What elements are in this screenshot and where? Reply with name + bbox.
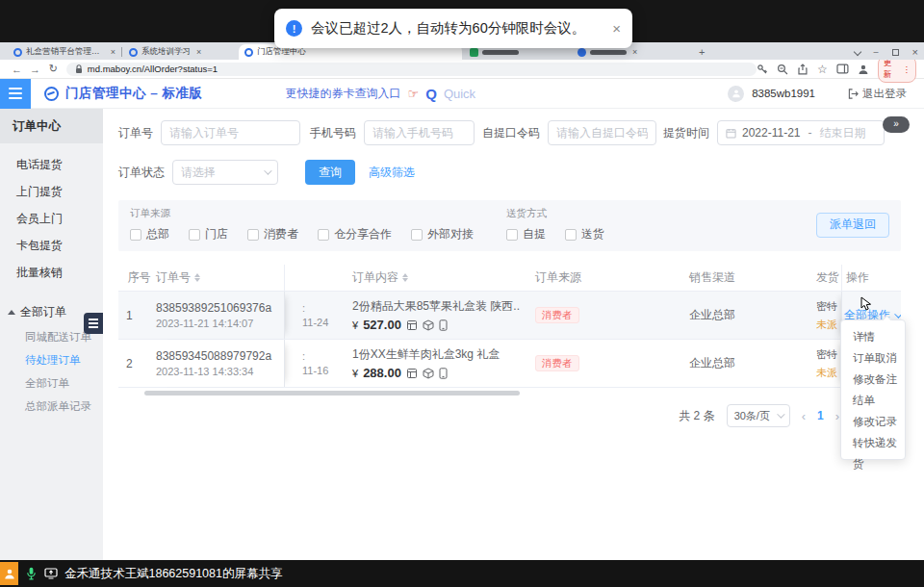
checkbox-icon bbox=[318, 229, 329, 241]
table-row[interactable]: 1 83859389251069376a 2023-11-21 14:14:07… bbox=[118, 292, 901, 340]
sidebar-subitem-all-orders[interactable]: 全部订单 bbox=[0, 371, 103, 395]
phone-input[interactable] bbox=[364, 120, 475, 145]
pickup-code-input[interactable] bbox=[548, 120, 656, 145]
checkbox-external[interactable]: 外部对接 bbox=[411, 226, 474, 242]
checkbox-self-pickup[interactable]: 自提 bbox=[506, 226, 546, 242]
order-status-select[interactable]: 请选择 bbox=[172, 160, 278, 185]
checkbox-consumer[interactable]: 消费者 bbox=[247, 226, 298, 242]
forward-icon[interactable]: → bbox=[26, 64, 44, 75]
menu-item-express-ship[interactable]: 转快递发货 bbox=[841, 432, 905, 453]
chevron-down-icon bbox=[264, 166, 271, 174]
phone-icon[interactable] bbox=[439, 319, 448, 331]
order-no[interactable]: 83859389251069376a bbox=[156, 301, 284, 315]
reload-icon[interactable]: ↻ bbox=[44, 63, 63, 75]
filter-collapse-button[interactable]: » bbox=[883, 116, 910, 133]
page-size-select[interactable]: 30条/页 bbox=[727, 404, 790, 427]
sidebar-subitem-pending-orders[interactable]: 待处理订单 bbox=[0, 348, 103, 371]
toast-close-icon[interactable]: × bbox=[612, 20, 621, 37]
new-tab-button[interactable]: + bbox=[699, 46, 705, 58]
package-icon[interactable] bbox=[423, 319, 434, 331]
checkbox-delivery[interactable]: 送货 bbox=[565, 226, 604, 242]
checkbox-store[interactable]: 门店 bbox=[189, 226, 228, 242]
promo-link[interactable]: 更快捷的券卡查询入口 bbox=[286, 86, 401, 102]
menu-item-close-order[interactable]: 结单 bbox=[841, 390, 905, 411]
price: 288.00 bbox=[363, 366, 401, 380]
sidebar-item-phone-pickup[interactable]: 电话提货 bbox=[0, 151, 103, 178]
tab-title-obscured bbox=[482, 50, 519, 55]
header-order-content[interactable]: 订单内容 bbox=[339, 265, 520, 291]
dispatch-return-button[interactable]: 派单退回 bbox=[816, 213, 889, 238]
sort-icon[interactable] bbox=[402, 273, 408, 282]
collapse-triangle-icon bbox=[8, 310, 15, 315]
horizontal-scrollbar-thumb[interactable] bbox=[144, 391, 520, 396]
menu-item-edit-note[interactable]: 修改备注 bbox=[841, 369, 905, 390]
app-header: 门店管理中心 – 标准版 更快捷的券卡查询入口 ☞ Q Quick bbox=[0, 79, 924, 109]
order-no-input[interactable] bbox=[161, 120, 300, 145]
key-icon[interactable] bbox=[757, 64, 768, 75]
printer-icon[interactable] bbox=[406, 319, 418, 331]
phone-icon[interactable] bbox=[439, 368, 448, 379]
order-no[interactable]: 83859345088979792a bbox=[156, 349, 284, 363]
share-icon[interactable] bbox=[797, 64, 808, 75]
tab-close-icon[interactable]: × bbox=[111, 47, 116, 57]
tab-close-icon[interactable]: × bbox=[632, 47, 637, 57]
header-clipped-column bbox=[285, 265, 339, 291]
bookmark-star-icon[interactable]: ☆ bbox=[817, 63, 828, 76]
menu-item-edit-history[interactable]: 修改记录 bbox=[841, 411, 905, 432]
sidebar-panel-icon[interactable] bbox=[836, 64, 849, 74]
currency-symbol: ¥ bbox=[352, 368, 358, 379]
quick-search-label[interactable]: Quick bbox=[444, 87, 475, 101]
share-user-tile[interactable] bbox=[0, 562, 18, 585]
ship-status-line1: 密特 bbox=[816, 347, 841, 362]
logout-button[interactable]: 退出登录 bbox=[848, 87, 907, 101]
checkbox-warehouse-share[interactable]: 仓分享合作 bbox=[318, 226, 392, 242]
content-title: 2份精品大果85苹果礼盒装 陕西... bbox=[352, 298, 520, 315]
next-page-button[interactable]: › bbox=[835, 409, 839, 423]
prev-page-button[interactable]: ‹ bbox=[802, 409, 806, 423]
browser-tab-2[interactable]: 系统培训学习 × bbox=[123, 44, 237, 60]
tab-close-icon[interactable]: × bbox=[196, 47, 201, 57]
sidebar-section-order-center: 订单中心 bbox=[0, 109, 103, 143]
screen: 礼盒营销平台管理中心 × 系统培训学习 × 门店管理中心 × bbox=[0, 0, 924, 587]
browser-profile-icon[interactable] bbox=[858, 64, 869, 75]
hamburger-menu-button[interactable] bbox=[0, 79, 31, 109]
cell-order-no: 83859345088979792a 2023-11-13 14:33:34 bbox=[152, 340, 285, 387]
user-avatar[interactable] bbox=[728, 86, 744, 102]
advanced-filter-link[interactable]: 高级筛选 bbox=[369, 165, 415, 181]
sidebar-collapse-toggle[interactable] bbox=[84, 313, 103, 334]
printer-icon[interactable] bbox=[406, 368, 418, 379]
window-close-button[interactable]: × bbox=[912, 46, 918, 58]
filter-checkbox-panel: 订单来源 总部 门店 消费者 仓分享合作 外部对接 送货方式 bbox=[118, 200, 901, 251]
table-row[interactable]: 2 83859345088979792a 2023-11-13 14:33:34… bbox=[118, 340, 901, 388]
orders-table: 序号 订单号 订单内容 订单来源 销售渠道 bbox=[118, 265, 901, 388]
back-icon[interactable]: ← bbox=[8, 64, 26, 75]
filter-row-1: 订单号 手机号码 自提口令码 提货时间 2022-11-21 bbox=[118, 120, 924, 145]
order-no-label: 订单号 bbox=[118, 125, 153, 141]
profile-chevron-icon[interactable] bbox=[853, 48, 860, 56]
calendar-icon bbox=[726, 128, 736, 139]
sidebar-item-batch-verify[interactable]: 批量核销 bbox=[0, 259, 103, 286]
menu-item-cancel-order[interactable]: 订单取消 bbox=[841, 347, 905, 369]
screen-share-icon[interactable] bbox=[44, 568, 58, 579]
sidebar-item-member-visit[interactable]: 会员上门 bbox=[0, 205, 103, 232]
browser-tab-1[interactable]: 礼盒营销平台管理中心 × bbox=[8, 44, 121, 60]
window-minimize-button[interactable]: – bbox=[874, 47, 879, 57]
header-order-no[interactable]: 订单号 bbox=[152, 265, 285, 291]
sort-icon[interactable] bbox=[194, 273, 200, 282]
quick-search-q-icon[interactable]: Q bbox=[425, 86, 437, 102]
package-icon[interactable] bbox=[423, 368, 434, 379]
checkbox-hq[interactable]: 总部 bbox=[130, 226, 169, 242]
sidebar-item-door-pickup[interactable]: 上门提货 bbox=[0, 178, 103, 205]
current-page[interactable]: 1 bbox=[817, 409, 824, 422]
window-maximize-button[interactable] bbox=[892, 49, 899, 56]
search-button[interactable]: 查询 bbox=[305, 160, 355, 185]
microphone-icon[interactable] bbox=[26, 567, 37, 580]
pickup-code-label: 自提口令码 bbox=[482, 125, 540, 141]
date-range-picker[interactable]: 2022-11-21 - 结束日期 bbox=[717, 120, 885, 145]
cell-order-source: 消费者 bbox=[520, 340, 616, 387]
url-bar[interactable]: md.maboy.cn/AllOrder?status=1 bbox=[66, 63, 757, 76]
sidebar-item-cardpack-pickup[interactable]: 卡包提货 bbox=[0, 232, 103, 259]
zoom-icon[interactable] bbox=[777, 64, 788, 75]
sidebar-subitem-hq-dispatch-log[interactable]: 总部派单记录 bbox=[0, 395, 103, 418]
menu-item-details[interactable]: 详情 bbox=[841, 326, 905, 347]
